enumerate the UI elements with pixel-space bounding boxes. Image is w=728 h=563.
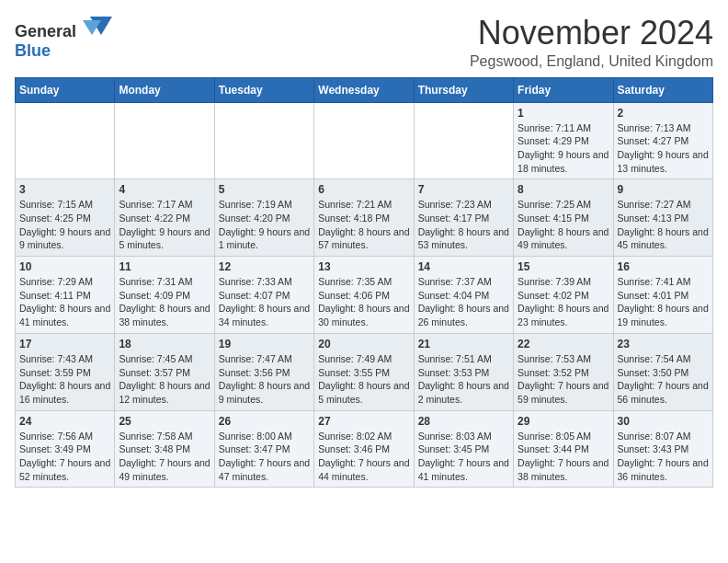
day-info: Sunrise: 7:45 AMSunset: 3:57 PMDaylight:… — [119, 352, 210, 407]
day-number: 29 — [518, 415, 609, 428]
calendar-cell: 9Sunrise: 7:27 AMSunset: 4:13 PMDaylight… — [613, 179, 712, 257]
weekday-header-tuesday: Tuesday — [214, 77, 313, 102]
day-number: 26 — [219, 415, 310, 428]
day-number: 9 — [618, 183, 709, 196]
day-info: Sunrise: 7:23 AMSunset: 4:17 PMDaylight:… — [418, 198, 509, 252]
calendar-cell — [414, 102, 513, 179]
calendar-week-4: 24Sunrise: 7:56 AMSunset: 3:49 PMDayligh… — [16, 410, 713, 488]
calendar-cell: 18Sunrise: 7:45 AMSunset: 3:57 PMDayligh… — [115, 333, 214, 410]
calendar-body: 1Sunrise: 7:11 AMSunset: 4:29 PMDaylight… — [16, 102, 713, 488]
logo-text: General — [15, 15, 112, 41]
calendar-cell: 10Sunrise: 7:29 AMSunset: 4:11 PMDayligh… — [16, 257, 115, 334]
calendar-cell: 15Sunrise: 7:39 AMSunset: 4:02 PMDayligh… — [514, 257, 613, 334]
calendar-header: SundayMondayTuesdayWednesdayThursdayFrid… — [16, 77, 713, 102]
day-info: Sunrise: 7:13 AMSunset: 4:27 PMDaylight:… — [618, 121, 709, 176]
title-block: November 2024 Pegswood, England, United … — [470, 15, 713, 70]
calendar-cell — [16, 102, 115, 179]
day-number: 28 — [418, 415, 509, 428]
day-info: Sunrise: 7:49 AMSunset: 3:55 PMDaylight:… — [318, 352, 409, 407]
weekday-header-sunday: Sunday — [16, 77, 115, 102]
calendar-week-0: 1Sunrise: 7:11 AMSunset: 4:29 PMDaylight… — [16, 102, 713, 179]
day-number: 3 — [19, 183, 110, 196]
calendar-cell: 25Sunrise: 7:58 AMSunset: 3:48 PMDayligh… — [115, 410, 214, 488]
calendar-cell: 2Sunrise: 7:13 AMSunset: 4:27 PMDaylight… — [613, 102, 712, 179]
calendar-cell: 26Sunrise: 8:00 AMSunset: 3:47 PMDayligh… — [214, 410, 313, 488]
calendar-cell: 20Sunrise: 7:49 AMSunset: 3:55 PMDayligh… — [314, 333, 414, 410]
weekday-header-wednesday: Wednesday — [314, 77, 414, 102]
calendar-week-2: 10Sunrise: 7:29 AMSunset: 4:11 PMDayligh… — [16, 257, 713, 334]
weekday-header-thursday: Thursday — [414, 77, 513, 102]
day-number: 20 — [318, 338, 409, 350]
calendar-week-3: 17Sunrise: 7:43 AMSunset: 3:59 PMDayligh… — [16, 333, 713, 410]
day-info: Sunrise: 7:33 AMSunset: 4:07 PMDaylight:… — [219, 275, 310, 329]
calendar-cell: 16Sunrise: 7:41 AMSunset: 4:01 PMDayligh… — [613, 257, 712, 334]
day-info: Sunrise: 7:17 AMSunset: 4:22 PMDaylight:… — [119, 198, 210, 252]
weekday-header-friday: Friday — [514, 77, 613, 102]
calendar-week-1: 3Sunrise: 7:15 AMSunset: 4:25 PMDaylight… — [16, 179, 713, 257]
day-number: 10 — [19, 260, 110, 273]
day-info: Sunrise: 7:15 AMSunset: 4:25 PMDaylight:… — [19, 198, 110, 252]
page-header: General Blue November 2024 Pegswood, Eng… — [15, 15, 713, 70]
day-info: Sunrise: 7:29 AMSunset: 4:11 PMDaylight:… — [19, 275, 110, 329]
day-info: Sunrise: 8:03 AMSunset: 3:45 PMDaylight:… — [418, 430, 509, 484]
day-number: 24 — [19, 415, 110, 428]
day-number: 11 — [119, 260, 210, 273]
month-title: November 2024 — [470, 15, 713, 52]
calendar-cell: 4Sunrise: 7:17 AMSunset: 4:22 PMDaylight… — [115, 179, 214, 257]
day-number: 8 — [518, 183, 609, 196]
day-info: Sunrise: 8:00 AMSunset: 3:47 PMDaylight:… — [219, 430, 310, 484]
day-number: 1 — [518, 107, 609, 120]
logo-general: General — [15, 22, 76, 40]
day-number: 18 — [119, 338, 210, 350]
calendar-cell: 19Sunrise: 7:47 AMSunset: 3:56 PMDayligh… — [214, 333, 313, 410]
calendar-table: SundayMondayTuesdayWednesdayThursdayFrid… — [15, 77, 713, 488]
calendar-cell: 23Sunrise: 7:54 AMSunset: 3:50 PMDayligh… — [613, 333, 712, 410]
day-info: Sunrise: 7:53 AMSunset: 3:52 PMDaylight:… — [518, 352, 609, 407]
day-number: 2 — [618, 107, 709, 120]
calendar-cell: 29Sunrise: 8:05 AMSunset: 3:44 PMDayligh… — [514, 410, 613, 488]
day-number: 19 — [219, 338, 310, 350]
day-info: Sunrise: 7:21 AMSunset: 4:18 PMDaylight:… — [318, 198, 409, 252]
day-number: 30 — [618, 415, 709, 428]
day-number: 21 — [418, 338, 509, 350]
day-number: 4 — [119, 183, 210, 196]
day-info: Sunrise: 7:31 AMSunset: 4:09 PMDaylight:… — [119, 275, 210, 329]
day-info: Sunrise: 7:43 AMSunset: 3:59 PMDaylight:… — [19, 352, 110, 407]
calendar-cell — [314, 102, 414, 179]
calendar-cell: 5Sunrise: 7:19 AMSunset: 4:20 PMDaylight… — [214, 179, 313, 257]
day-info: Sunrise: 8:07 AMSunset: 3:43 PMDaylight:… — [618, 430, 709, 484]
weekday-header-saturday: Saturday — [613, 77, 712, 102]
day-number: 14 — [418, 260, 509, 273]
day-info: Sunrise: 7:27 AMSunset: 4:13 PMDaylight:… — [618, 198, 709, 252]
logo: General Blue — [15, 15, 112, 61]
calendar-cell: 17Sunrise: 7:43 AMSunset: 3:59 PMDayligh… — [16, 333, 115, 410]
day-info: Sunrise: 7:51 AMSunset: 3:53 PMDaylight:… — [418, 352, 509, 407]
logo-icon — [83, 15, 112, 37]
weekday-row: SundayMondayTuesdayWednesdayThursdayFrid… — [16, 77, 713, 102]
day-info: Sunrise: 7:25 AMSunset: 4:15 PMDaylight:… — [518, 198, 609, 252]
day-number: 17 — [19, 338, 110, 350]
day-number: 15 — [518, 260, 609, 273]
day-number: 6 — [318, 183, 409, 196]
calendar-cell: 1Sunrise: 7:11 AMSunset: 4:29 PMDaylight… — [514, 102, 613, 179]
location: Pegswood, England, United Kingdom — [470, 53, 713, 70]
day-info: Sunrise: 7:56 AMSunset: 3:49 PMDaylight:… — [19, 430, 110, 484]
day-number: 27 — [318, 415, 409, 428]
calendar-cell: 27Sunrise: 8:02 AMSunset: 3:46 PMDayligh… — [314, 410, 414, 488]
calendar-cell: 11Sunrise: 7:31 AMSunset: 4:09 PMDayligh… — [115, 257, 214, 334]
day-info: Sunrise: 7:58 AMSunset: 3:48 PMDaylight:… — [119, 430, 210, 484]
day-number: 25 — [119, 415, 210, 428]
calendar-cell: 22Sunrise: 7:53 AMSunset: 3:52 PMDayligh… — [514, 333, 613, 410]
day-number: 23 — [618, 338, 709, 350]
day-number: 7 — [418, 183, 509, 196]
day-number: 12 — [219, 260, 310, 273]
calendar-cell: 8Sunrise: 7:25 AMSunset: 4:15 PMDaylight… — [514, 179, 613, 257]
day-info: Sunrise: 8:05 AMSunset: 3:44 PMDaylight:… — [518, 430, 609, 484]
day-info: Sunrise: 7:47 AMSunset: 3:56 PMDaylight:… — [219, 352, 310, 407]
day-number: 13 — [318, 260, 409, 273]
calendar-cell: 13Sunrise: 7:35 AMSunset: 4:06 PMDayligh… — [314, 257, 414, 334]
weekday-header-monday: Monday — [115, 77, 214, 102]
calendar-cell: 7Sunrise: 7:23 AMSunset: 4:17 PMDaylight… — [414, 179, 513, 257]
calendar-cell: 3Sunrise: 7:15 AMSunset: 4:25 PMDaylight… — [16, 179, 115, 257]
calendar-cell: 6Sunrise: 7:21 AMSunset: 4:18 PMDaylight… — [314, 179, 414, 257]
